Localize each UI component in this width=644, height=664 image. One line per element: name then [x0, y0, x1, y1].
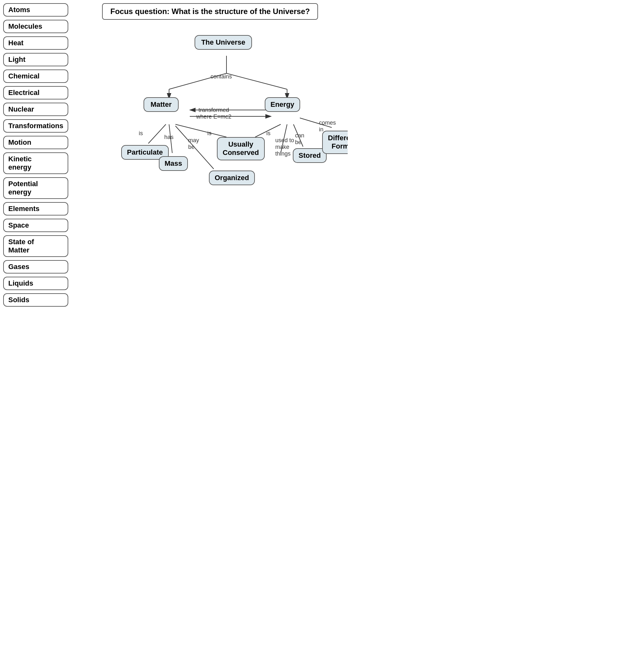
node-usually-conserved: Usually Conserved [217, 137, 265, 160]
link-used-to: used to make things [275, 137, 294, 157]
sidebar-item-solids[interactable]: Solids [3, 293, 68, 307]
sidebar-item-kinetic-energy[interactable]: Kinetic energy [3, 152, 68, 174]
sidebar-item-space[interactable]: Space [3, 219, 68, 232]
sidebar-item-atoms[interactable]: Atoms [3, 3, 68, 17]
svg-line-7 [148, 124, 166, 143]
sidebar-item-molecules[interactable]: Molecules [3, 20, 68, 33]
sidebar-item-chemical[interactable]: Chemical [3, 69, 68, 83]
node-universe: The Universe [195, 35, 252, 50]
link-is1: is [139, 130, 143, 137]
sidebar-item-state-of-matter[interactable]: State of Matter [3, 235, 68, 257]
node-energy: Energy [265, 97, 300, 112]
sidebar-item-light[interactable]: Light [3, 53, 68, 66]
sidebar-item-electrical[interactable]: Electrical [3, 86, 68, 100]
node-different-forms: Different Forms [322, 131, 348, 154]
sidebar-item-elements[interactable]: Elements [3, 202, 68, 215]
node-matter: Matter [143, 97, 179, 112]
focus-question: Focus question: What is the structure of… [102, 3, 318, 20]
sidebar-item-nuclear[interactable]: Nuclear [3, 103, 68, 116]
svg-line-9 [176, 124, 226, 137]
link-may-be: may be [188, 137, 199, 150]
sidebar-item-heat[interactable]: Heat [3, 36, 68, 50]
sidebar-item-gases[interactable]: Gases [3, 260, 68, 273]
sidebar-item-transformations[interactable]: Transformations [3, 119, 68, 132]
node-organized: Organized [209, 170, 255, 185]
svg-line-2 [226, 73, 287, 89]
link-can-be: can be [295, 132, 304, 146]
concept-map: Focus question: What is the structure of… [70, 0, 348, 287]
link-transformed: transformed where E=mc2 [196, 107, 232, 120]
node-mass: Mass [159, 156, 188, 171]
sidebar-item-motion[interactable]: Motion [3, 136, 68, 149]
sidebar-item-liquids[interactable]: Liquids [3, 277, 68, 290]
link-contains: contains [210, 73, 232, 80]
link-is3: is [266, 130, 270, 137]
link-has: has [164, 134, 174, 141]
sidebar-item-potential-energy[interactable]: Potential energy [3, 177, 68, 199]
node-stored: Stored [293, 148, 327, 163]
link-is2: is [207, 130, 212, 137]
sidebar: Atoms Molecules Heat Light Chemical Elec… [3, 3, 68, 307]
